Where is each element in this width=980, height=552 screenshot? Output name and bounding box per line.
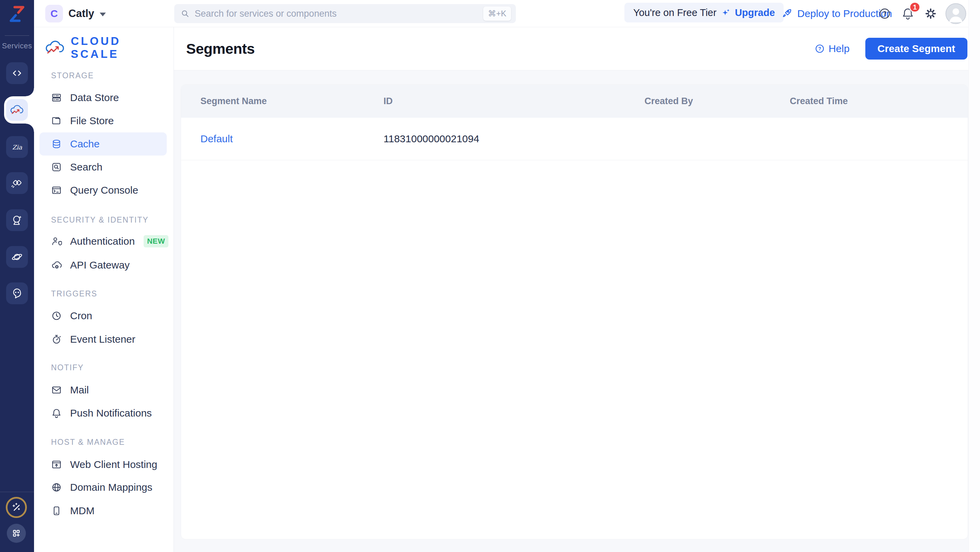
help-circle-button[interactable]: ? — [877, 6, 892, 21]
column-header-segment-name: Segment Name — [181, 96, 383, 107]
sidebar-item-label: Mail — [70, 384, 89, 396]
sidebar-item-label: Cache — [70, 138, 100, 150]
folder-icon — [51, 115, 62, 126]
page-header: Segments ? Help Create Segment — [174, 27, 980, 70]
global-search[interactable]: ⌘+K — [174, 4, 516, 23]
help-link[interactable]: ? Help — [814, 43, 850, 54]
stopwatch-icon — [51, 334, 62, 345]
project-name: Catly — [68, 8, 94, 20]
apps-grid-button[interactable] — [7, 524, 26, 543]
rocket-icon — [781, 8, 792, 19]
sidebar-item-file-store[interactable]: File Store — [40, 109, 167, 132]
rail-item-quickml[interactable] — [6, 209, 28, 231]
sidebar-item-label: Authentication — [70, 235, 135, 247]
rail-item-convo[interactable] — [6, 282, 28, 304]
sidebar-item-label: Push Notifications — [70, 407, 152, 419]
sidebar-item-authentication[interactable]: Authentication NEW — [40, 230, 167, 253]
magic-wand-icon — [11, 502, 22, 513]
new-badge: NEW — [143, 235, 169, 247]
section-title-host-manage: HOST & MANAGE — [51, 437, 125, 447]
sidebar-item-query-console[interactable]: Query Console — [40, 179, 167, 202]
rail-divider — [5, 35, 29, 36]
segment-id-cell: 11831000000021094 — [383, 133, 644, 145]
sparkles-icon — [721, 8, 731, 18]
settings-button[interactable] — [923, 6, 938, 21]
sidebar-item-label: Query Console — [70, 185, 138, 196]
sidebar-item-label: Event Listener — [70, 334, 135, 345]
project-initial-badge: C — [45, 5, 63, 22]
brand-logo-icon[interactable] — [6, 3, 28, 25]
tier-banner: You're on Free Tier Upgrade — [624, 3, 784, 22]
chevron-down-icon — [100, 13, 106, 16]
create-segment-button[interactable]: Create Segment — [865, 38, 967, 60]
sidebar-item-label: Web Client Hosting — [70, 459, 157, 470]
column-header-created-time: Created Time — [790, 96, 968, 107]
search-square-icon — [51, 162, 62, 173]
rail-item-zia[interactable]: Zia — [6, 136, 28, 158]
sidebar-item-mail[interactable]: Mail — [40, 379, 167, 402]
svg-text:?: ? — [818, 46, 821, 51]
column-header-id: ID — [383, 96, 644, 107]
sidebar-item-api-gateway[interactable]: API Gateway — [40, 253, 167, 277]
database-icon — [51, 138, 62, 150]
deploy-to-production-button[interactable]: Deploy to Production — [781, 0, 892, 27]
page-title: Segments — [186, 40, 255, 57]
service-rail: Services Zia — [0, 0, 34, 552]
zia-icon: Zia — [10, 141, 24, 153]
sidebar-item-domain-mappings[interactable]: Domain Mappings — [40, 476, 167, 499]
gear-icon — [924, 7, 937, 21]
upgrade-link[interactable]: Upgrade — [735, 7, 775, 18]
segment-name-link[interactable]: Default — [200, 133, 233, 144]
clock-icon — [51, 310, 62, 321]
sidebar-item-label: Cron — [70, 310, 92, 321]
user-shield-icon — [51, 236, 62, 247]
magic-wand-button[interactable] — [6, 497, 27, 518]
cloud-gear-icon — [51, 260, 62, 270]
sidebar-item-search[interactable]: Search — [40, 156, 167, 179]
help-circle-icon: ? — [878, 7, 891, 21]
rail-item-code[interactable] — [6, 62, 28, 84]
project-switcher[interactable]: C Catly — [45, 5, 106, 22]
handshake-icon — [11, 177, 23, 189]
search-shortcut-badge: ⌘+K — [483, 6, 511, 21]
sidebar-item-push-notifications[interactable]: Push Notifications — [40, 402, 167, 425]
rail-item-orbit[interactable] — [6, 246, 28, 268]
mail-icon — [51, 385, 62, 395]
table-row: Default 11831000000021094 — [181, 118, 968, 160]
section-title-triggers: TRIGGERS — [51, 289, 97, 299]
rail-item-cloud-scale-active[interactable] — [4, 96, 34, 124]
sidebar-item-web-client-hosting[interactable]: Web Client Hosting — [40, 453, 167, 476]
search-icon — [180, 9, 190, 18]
sidebar-item-label: Domain Mappings — [70, 482, 153, 493]
cloud-scale-logo-icon — [44, 39, 66, 56]
sidebar-item-cache[interactable]: Cache — [40, 132, 167, 156]
svg-text:Zia: Zia — [12, 144, 22, 151]
data-store-icon — [51, 92, 62, 103]
chat-icon — [11, 287, 23, 299]
browser-upload-icon — [51, 459, 62, 470]
sidebar-item-label: File Store — [70, 115, 114, 127]
sidebar-item-mdm[interactable]: MDM — [40, 499, 167, 522]
sidebar-item-data-store[interactable]: Data Store — [40, 86, 167, 109]
tier-message: You're on Free Tier — [633, 7, 717, 18]
bell-icon — [51, 408, 62, 418]
cloud-scale-icon — [10, 104, 24, 116]
help-circle-icon: ? — [814, 43, 825, 54]
planet-icon — [11, 251, 24, 263]
search-input[interactable] — [195, 8, 479, 19]
svg-text:?: ? — [883, 10, 887, 17]
sidebar-item-event-listener[interactable]: Event Listener — [40, 328, 167, 351]
terminal-icon — [51, 185, 62, 196]
column-header-created-by: Created By — [644, 96, 790, 107]
sidebar-item-cron[interactable]: Cron — [40, 304, 167, 328]
sidebar-item-label: MDM — [70, 505, 95, 517]
sidebar-item-label: API Gateway — [70, 259, 130, 271]
main-content: Segments ? Help Create Segment Segment N… — [174, 27, 980, 552]
rail-item-partners[interactable] — [6, 172, 28, 194]
section-title-security: SECURITY & IDENTITY — [51, 215, 149, 224]
services-label: Services — [0, 41, 34, 50]
scrollbar-gutter[interactable] — [969, 0, 980, 552]
avatar[interactable] — [945, 3, 966, 24]
globe-icon — [51, 482, 62, 493]
sidebar-item-label: Data Store — [70, 92, 119, 103]
